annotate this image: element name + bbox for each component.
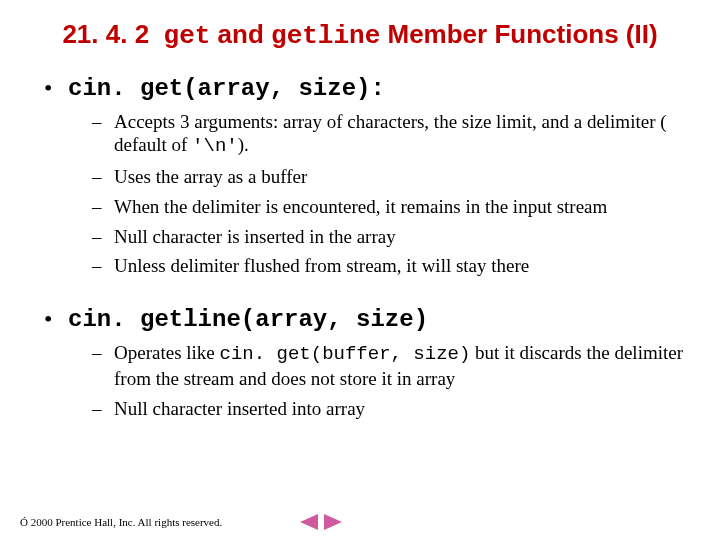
list-item: Uses the array as a buffer — [90, 165, 688, 189]
slide-body: 21. 4. 2 get and getline Member Function… — [0, 0, 720, 420]
sub-bullet-list: Operates like cin. get(buffer, size) but… — [90, 341, 688, 420]
sub-code: cin. get(buffer, size) — [220, 343, 471, 365]
sub-text: When the delimiter is encountered, it re… — [114, 196, 607, 217]
title-suffix: Member Functions (II) — [380, 19, 657, 49]
list-item: Accepts 3 arguments: array of characters… — [90, 110, 688, 160]
sub-text: Null character inserted into array — [114, 398, 365, 419]
sub-text-post: ). — [238, 134, 249, 155]
title-code-get: get — [164, 21, 211, 51]
sub-text: Unless delimiter flushed from stream, it… — [114, 255, 529, 276]
bullet-heading: cin. get(array, size): — [68, 75, 385, 102]
sub-text: Null character is inserted in the array — [114, 226, 396, 247]
sub-bullet-list: Accepts 3 arguments: array of characters… — [90, 110, 688, 279]
next-arrow-icon[interactable] — [324, 514, 342, 530]
prev-arrow-icon[interactable] — [300, 514, 318, 530]
bullet-cin-get: cin. get(array, size): Accepts 3 argumen… — [40, 75, 688, 279]
copyright-footer: Ó 2000 Prentice Hall, Inc. All rights re… — [20, 516, 222, 528]
title-middle: and — [210, 19, 271, 49]
list-item: Null character inserted into array — [90, 397, 688, 421]
svg-marker-1 — [324, 514, 342, 530]
list-item: Unless delimiter flushed from stream, it… — [90, 254, 688, 278]
list-item: Operates like cin. get(buffer, size) but… — [90, 341, 688, 391]
list-item: When the delimiter is encountered, it re… — [90, 195, 688, 219]
list-item: Null character is inserted in the array — [90, 225, 688, 249]
nav-arrows — [300, 514, 342, 530]
sub-code: '\n' — [192, 135, 238, 157]
title-section-number: 21. 4. 2 — [62, 19, 149, 49]
bullet-heading: cin. getline(array, size) — [68, 306, 428, 333]
bullet-cin-getline: cin. getline(array, size) Operates like … — [40, 306, 688, 420]
sub-text: Uses the array as a buffer — [114, 166, 307, 187]
sub-text: Operates like — [114, 342, 220, 363]
bullet-list: cin. get(array, size): Accepts 3 argumen… — [40, 75, 688, 421]
title-code-getline: getline — [271, 21, 380, 51]
slide-title: 21. 4. 2 get and getline Member Function… — [32, 18, 688, 53]
svg-marker-0 — [300, 514, 318, 530]
